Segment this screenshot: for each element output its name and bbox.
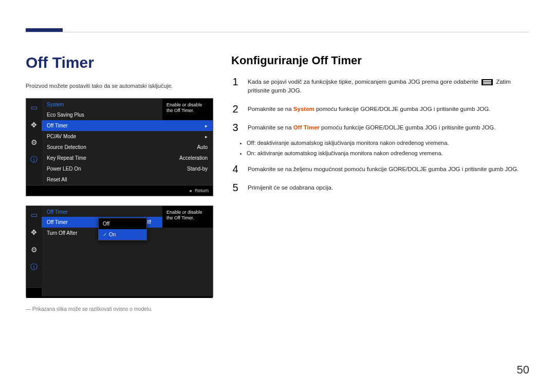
- menu-label: Turn Off After: [47, 230, 77, 236]
- osd-system-menu: ▭ ✥ ⚙ ⓘ System Eco Saving Plus Off Off T…: [26, 98, 213, 196]
- step-number: 3: [231, 122, 239, 133]
- step-5: 5 Primijenit će se odabrana opcija.: [231, 183, 529, 193]
- picture-icon: ▭: [26, 206, 42, 223]
- menu-label: Eco Saving Plus: [47, 112, 84, 118]
- gear-icon: ⚙: [26, 134, 42, 151]
- chevron-right-icon: ▸: [205, 134, 208, 139]
- step-4: 4 Pomaknite se na željenu mogućnost pomo…: [231, 165, 529, 174]
- menu-row-pcav[interactable]: PC/AV Mode ▸: [42, 131, 213, 142]
- settings-icon: ✥: [26, 116, 42, 134]
- back-arrow-icon: ◂: [189, 188, 192, 193]
- step-number: 4: [231, 164, 239, 174]
- menu-label: Key Repeat Time: [47, 155, 86, 161]
- return-label[interactable]: Return: [195, 188, 209, 193]
- osd-main-panel: Off Timer Off Timer Off Turn Off After: [42, 206, 213, 296]
- left-column: Off Timer Proizvod možete postaviti tako…: [26, 54, 231, 312]
- image-footnote: ― Prikazana slika može se razlikovati ov…: [26, 306, 231, 312]
- step-text: Pomaknite se na System pomoću funkcije G…: [248, 105, 529, 114]
- step-2: 2 Pomaknite se na System pomoću funkcije…: [231, 105, 529, 114]
- step-number: 5: [231, 182, 239, 193]
- option-off[interactable]: Off: [99, 218, 146, 229]
- settings-icon: ✥: [26, 223, 42, 241]
- menu-row-powerled[interactable]: Power LED On Stand-by: [42, 163, 213, 174]
- osd-main-panel: System Eco Saving Plus Off Off Timer ▸ P…: [42, 99, 213, 185]
- osd-offtimer-submenu: ▭ ✥ ⚙ ⓘ Off Timer Off Timer Off Turn Off…: [26, 206, 213, 297]
- step-text: Kada se pojavi vodič za funkcijske tipke…: [248, 78, 529, 96]
- menu-value: Auto: [197, 144, 208, 150]
- option-label: On: [109, 232, 116, 237]
- step-3: 3 Pomaknite se na Off Timer pomoću funkc…: [231, 123, 529, 133]
- option-bullets: Off: deaktiviranje automatskog isključiv…: [231, 139, 529, 158]
- menu-label: Power LED On: [47, 166, 81, 172]
- menu-row-keyrepeat[interactable]: Key Repeat Time Acceleration: [42, 153, 213, 163]
- step-text: Primijenit će se odabrana opcija.: [248, 183, 529, 192]
- osd-dropdown: Off ✓On: [98, 218, 147, 240]
- info-icon: ⓘ: [26, 258, 42, 276]
- section-title: Off Timer: [26, 54, 231, 71]
- top-accent-bar: [26, 28, 63, 32]
- osd-sidebar: ▭ ✥ ⚙ ⓘ: [26, 206, 42, 287]
- page-number: 50: [517, 363, 529, 377]
- option-on[interactable]: ✓On: [99, 229, 146, 240]
- menu-row-source[interactable]: Source Detection Auto: [42, 142, 213, 153]
- menu-label: PC/AV Mode: [47, 134, 76, 139]
- check-icon: ✓: [103, 232, 107, 237]
- menu-label: Source Detection: [47, 144, 86, 150]
- menu-label: Reset All: [47, 177, 67, 182]
- osd-hint-text: Enable or disable the Off Timer.: [162, 206, 213, 228]
- subsection-title: Konfiguriranje Off Timer: [231, 54, 529, 67]
- step-number: 2: [231, 104, 239, 114]
- menu-row-reset[interactable]: Reset All: [42, 174, 213, 185]
- picture-icon: ▭: [26, 99, 42, 116]
- menu-label: Off Timer: [47, 123, 68, 128]
- chevron-right-icon: ▸: [205, 123, 208, 128]
- menu-label: Off Timer: [47, 219, 68, 225]
- hamburger-menu-icon: [482, 79, 493, 85]
- top-rule: [26, 32, 529, 32]
- page-content: Off Timer Proizvod možete postaviti tako…: [26, 54, 529, 312]
- option-label: Off: [103, 221, 109, 227]
- gear-icon: ⚙: [26, 241, 42, 258]
- osd-footer: ◂ Return: [26, 185, 213, 196]
- step-text: Pomaknite se na Off Timer pomoću funkcij…: [248, 123, 529, 132]
- right-column: Konfiguriranje Off Timer 1 Kada se pojav…: [231, 54, 529, 312]
- osd-hint-text: Enable or disable the Off Timer.: [162, 99, 213, 120]
- intro-text: Proizvod možete postaviti tako da se aut…: [26, 83, 231, 89]
- step-text: Pomaknite se na željenu mogućnost pomoću…: [248, 165, 529, 174]
- menu-row-offtimer[interactable]: Off Timer ▸: [42, 120, 213, 131]
- bullet-off: Off: deaktiviranje automatskog isključiv…: [247, 139, 529, 147]
- step-1: 1 Kada se pojavi vodič za funkcijske tip…: [231, 78, 529, 96]
- info-icon: ⓘ: [26, 151, 42, 169]
- bullet-on: On: aktiviranje automatskog isključivanj…: [247, 149, 529, 158]
- menu-value: Stand-by: [187, 166, 208, 172]
- menu-value: Acceleration: [179, 155, 208, 161]
- step-number: 1: [231, 77, 239, 87]
- instruction-steps: 1 Kada se pojavi vodič za funkcijske tip…: [231, 78, 529, 193]
- osd-sidebar: ▭ ✥ ⚙ ⓘ: [26, 99, 42, 185]
